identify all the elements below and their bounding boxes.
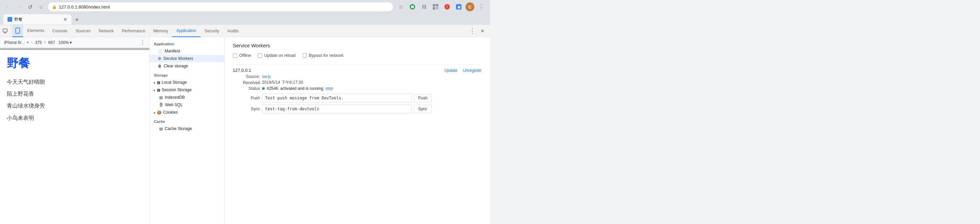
extension-orange-icon[interactable]: ! [442, 2, 452, 11]
extension-chain-icon[interactable]: ⛓ [419, 2, 429, 11]
devtools-more-icon[interactable]: ⋮ [468, 26, 477, 36]
svg-text:!: ! [447, 5, 447, 9]
bookmark-icon[interactable]: ☆ [396, 2, 406, 11]
indexeddb-icon: ▤ [159, 95, 163, 100]
tab-title: 野餐 [14, 17, 22, 22]
clear-storage-label: Clear storage [164, 64, 188, 68]
sw-push-button[interactable]: Push [414, 94, 432, 102]
tab-application[interactable]: Application [172, 24, 200, 37]
nav-home-button[interactable]: ⌂ [37, 3, 45, 11]
device-dropdown-icon[interactable]: ▾ [27, 41, 29, 44]
nav-back-button[interactable]: ← [4, 3, 12, 11]
svg-rect-6 [437, 5, 438, 6]
device-toggle-icon[interactable] [12, 24, 23, 37]
extension-green-icon[interactable] [408, 2, 417, 11]
svg-text:◼: ◼ [458, 5, 460, 9]
sw-source-file-link[interactable]: sw.js [262, 74, 271, 79]
manifest-icon: 📄 [158, 49, 163, 54]
sw-status-id: #2546 [267, 86, 278, 91]
sidebar-section-cache: Cache [150, 116, 224, 125]
tab-elements[interactable]: Elements [23, 24, 48, 37]
cookies-icon: 🍪 [157, 110, 162, 115]
device-height: 667 [48, 40, 55, 45]
sw-stop-link[interactable]: stop [325, 86, 333, 91]
sw-push-label: Push [233, 96, 260, 100]
options-row: Offline Update on reload Bypass for netw… [233, 53, 482, 58]
bypass-for-network-checkbox[interactable] [302, 54, 307, 58]
offline-checkbox-label[interactable]: Offline [233, 53, 251, 58]
separator1: × [30, 40, 33, 45]
qr-icon[interactable] [431, 2, 440, 11]
tab-console[interactable]: Console [48, 25, 72, 37]
clear-storage-icon: 🗑 [158, 64, 162, 68]
nav-forward-button[interactable]: → [15, 3, 23, 11]
sidebar-item-indexeddb[interactable]: ▤ IndexedDB [150, 94, 224, 101]
sidebar-item-local-storage[interactable]: ▸ ▦ Local Storage [150, 79, 224, 86]
profile-avatar[interactable]: C [466, 2, 474, 11]
sidebar-item-session-storage[interactable]: ▸ ▦ Session Storage [150, 86, 224, 94]
new-tab-button[interactable]: + [72, 15, 82, 24]
tab-sources[interactable]: Sources [72, 25, 95, 37]
dimension-x: × [44, 40, 46, 45]
session-storage-icon: ▦ [157, 88, 160, 92]
sw-received-label: Received [233, 80, 260, 85]
extension-blue-icon[interactable]: ◼ [454, 2, 463, 11]
nav-refresh-button[interactable]: ↺ [26, 3, 34, 11]
sidebar-item-cookies[interactable]: ▸ 🍪 Cookies [150, 109, 224, 116]
sw-status-text: activated and is running [280, 86, 323, 91]
device-name[interactable]: iPhone 6/... [4, 40, 25, 45]
sw-update-link[interactable]: Update [444, 68, 458, 73]
service-workers-icon: ⚙ [158, 57, 161, 61]
zoom-arrow-icon: ▾ [70, 40, 72, 45]
sw-origin-value: 127.0.0.1 [233, 68, 251, 73]
tab-security[interactable]: Security [200, 25, 223, 37]
tab-memory[interactable]: Memory [150, 25, 172, 37]
tab-performance[interactable]: Performance [118, 25, 150, 37]
update-on-reload-checkbox[interactable] [258, 54, 262, 58]
app-content: 今天天气好晴朗 陌上野花香 青山绿水绕身旁 小鸟来表明 [7, 76, 143, 124]
device-more-button[interactable]: ⋮ [140, 39, 145, 46]
sidebar-item-manifest[interactable]: 📄 Manifest [150, 47, 224, 55]
sw-sync-label: Sync [233, 106, 260, 111]
svg-rect-7 [434, 8, 434, 9]
lock-icon: 🔒 [52, 5, 57, 9]
tab-audits[interactable]: Audits [223, 25, 243, 37]
status-dot [262, 87, 265, 90]
service-workers-label: Service Workers [163, 56, 193, 61]
manifest-label: Manifest [165, 49, 180, 54]
device-toolbar: iPhone 6/... ▾ × 375 × 667 100% ▾ ⋮ [0, 37, 150, 48]
sw-sync-button[interactable]: Sync [414, 105, 432, 113]
sidebar-item-service-workers[interactable]: ⚙ Service Workers [150, 55, 224, 62]
browser-tab[interactable]: 野餐 ✕ [3, 14, 72, 24]
service-workers-title: Service Workers [233, 43, 482, 48]
tab-close-icon[interactable]: ✕ [63, 17, 67, 22]
sidebar: Application 📄 Manifest ⚙ Service Workers… [150, 37, 224, 224]
svg-rect-5 [434, 5, 434, 6]
svg-point-1 [411, 5, 414, 8]
sidebar-section-storage: Storage [150, 70, 224, 79]
indexeddb-label: IndexedDB [165, 95, 185, 100]
sw-status-label: Status [233, 86, 260, 91]
devtools-close-icon[interactable]: ✕ [478, 26, 487, 36]
tab-network[interactable]: Network [95, 25, 118, 37]
sidebar-item-clear-storage[interactable]: 🗑 Clear storage [150, 62, 224, 70]
chrome-menu-button[interactable]: ⋮ [476, 2, 486, 11]
offline-checkbox[interactable] [233, 54, 237, 58]
zoom-selector[interactable]: 100% ▾ [59, 40, 72, 45]
tab-favicon [8, 17, 12, 22]
address-bar[interactable]: 🔒 127.0.0.1:8080/index.html [48, 2, 393, 11]
sw-push-input[interactable] [262, 94, 412, 102]
session-storage-arrow-icon: ▸ [154, 88, 156, 92]
update-on-reload-checkbox-label[interactable]: Update on reload [258, 53, 295, 58]
sw-unregister-link[interactable]: Unregister [463, 68, 482, 73]
bypass-for-network-checkbox-label[interactable]: Bypass for network [302, 53, 344, 58]
sidebar-item-web-sql[interactable]: 🗄 Web SQL [150, 101, 224, 109]
svg-rect-9 [436, 8, 437, 9]
sw-sync-input[interactable] [262, 105, 412, 113]
session-storage-label: Session Storage [162, 87, 192, 92]
cache-storage-icon: ▤ [159, 127, 163, 131]
app-title: 野餐 [7, 56, 143, 71]
inspect-element-icon[interactable] [0, 24, 11, 37]
sidebar-item-cache-storage[interactable]: ▤ Cache Storage [150, 125, 224, 132]
local-storage-icon: ▦ [157, 80, 160, 85]
